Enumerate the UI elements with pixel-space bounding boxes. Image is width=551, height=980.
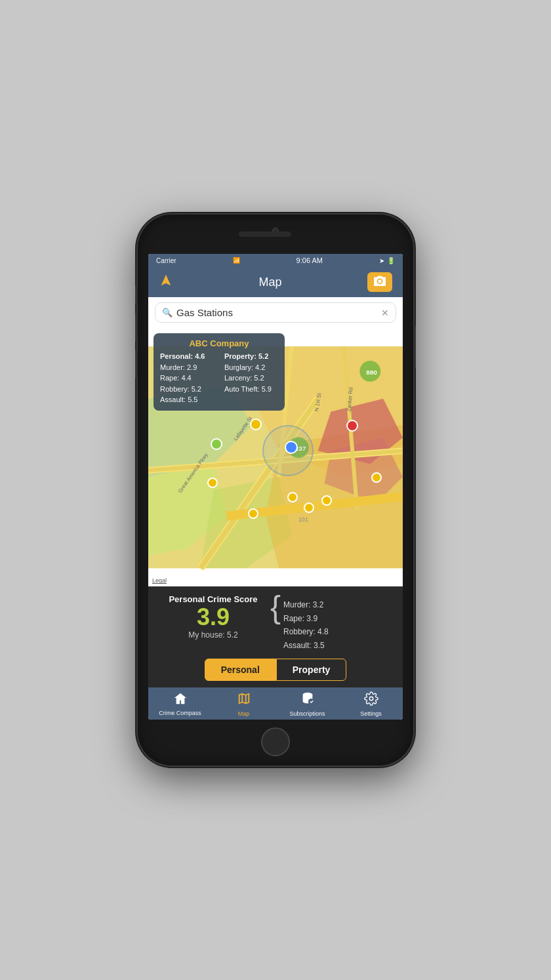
crime-brace-icon: { (270, 592, 281, 623)
volume-up-button (135, 313, 138, 342)
map-marker-green[interactable] (211, 438, 222, 450)
search-input-wrap[interactable]: 🔍 ✕ (155, 302, 396, 323)
popup-col-right: Property: 5.2 Burglary: 4.2 Larceny: 5.2… (224, 351, 278, 405)
tab-settings-label: Settings (360, 710, 382, 717)
crime-score-house: My house: 5.2 (159, 630, 268, 640)
search-bar: 🔍 ✕ (148, 297, 403, 328)
location-button[interactable] (159, 274, 173, 291)
map-marker-yellow-1[interactable] (250, 419, 262, 430)
map-marker-yellow-2[interactable] (207, 478, 218, 488)
crime-detail-assault: Assault: 3.5 (283, 639, 392, 652)
tab-home-icon (173, 692, 188, 708)
search-input[interactable] (176, 307, 377, 318)
crime-score-panel: Personal Crime Score 3.9 My house: 5.2 {… (148, 586, 403, 687)
svg-point-27 (369, 697, 373, 701)
tab-settings-icon (364, 691, 378, 709)
nav-bar: Map (148, 267, 403, 297)
svg-text:880: 880 (366, 369, 377, 376)
search-clear-icon[interactable]: ✕ (381, 308, 389, 318)
tab-map-label: Map (238, 710, 250, 717)
tab-subscriptions-icon (300, 691, 315, 709)
camera-icon (373, 275, 387, 287)
nav-title: Map (258, 276, 281, 289)
crime-detail-rape: Rape: 3.9 (283, 612, 392, 625)
popup-larceny: Larceny: 5.2 (224, 373, 278, 384)
popup-assault: Assault: 5.5 (160, 394, 214, 405)
map-marker-yellow-3[interactable] (371, 472, 382, 483)
crime-details: Murder: 3.2 Rape: 3.9 Robbery: 4.8 Assau… (283, 594, 392, 652)
crime-score-label: Personal Crime Score (159, 594, 268, 604)
mute-button (135, 285, 138, 304)
tab-subscriptions[interactable]: Subscriptions (276, 691, 339, 717)
location-arrow-icon: ➤ (379, 257, 384, 264)
phone-device: Carrier 📶 9:06 AM ➤ 🔋 Map (138, 214, 413, 766)
search-icon: 🔍 (162, 308, 173, 317)
map-marker-red[interactable] (346, 420, 358, 432)
popup-personal: Personal: 4.6 (160, 351, 214, 362)
battery-icon: 🔋 (387, 257, 395, 264)
toggle-personal-button[interactable]: Personal (205, 659, 276, 681)
popup-robbery: Robbery: 5.2 (160, 384, 214, 395)
svg-point-26 (308, 699, 314, 704)
popup-autotheft: Auto Theft: 5.9 (224, 384, 278, 395)
tab-map[interactable]: Map (212, 691, 276, 717)
popup-property: Property: 5.2 (224, 351, 278, 362)
crime-score-number: 3.9 (159, 605, 268, 629)
status-right: ➤ 🔋 (379, 257, 395, 264)
popup-title: ABC Company (160, 338, 278, 348)
carrier-label: Carrier (156, 257, 176, 264)
map-popup: ABC Company Personal: 4.6 Murder: 2.9 Ra… (153, 333, 285, 411)
status-bar: Carrier 📶 9:06 AM ➤ 🔋 (148, 254, 403, 267)
map-marker-yellow-6[interactable] (321, 495, 332, 506)
tab-crime-compass-label: Crime Compass (159, 710, 201, 716)
crime-score-left: Personal Crime Score 3.9 My house: 5.2 (159, 594, 268, 640)
volume-down-button (135, 350, 138, 378)
map-marker-yellow-7[interactable] (248, 508, 258, 519)
popup-murder: Murder: 2.9 (160, 362, 214, 373)
power-button (413, 326, 416, 368)
crime-detail-robbery: Robbery: 4.8 (283, 625, 392, 638)
time-display: 9:06 AM (296, 256, 323, 264)
toggle-row: Personal Property (159, 659, 392, 681)
toggle-property-button[interactable]: Property (276, 659, 347, 681)
camera-button[interactable] (367, 272, 392, 292)
phone-screen: Carrier 📶 9:06 AM ➤ 🔋 Map (148, 254, 403, 720)
location-nav-icon (159, 274, 173, 288)
legal-text[interactable]: Legal (152, 577, 167, 584)
popup-col-left: Personal: 4.6 Murder: 2.9 Rape: 4.4 Robb… (160, 351, 214, 405)
tab-subscriptions-label: Subscriptions (289, 710, 325, 717)
speaker (239, 232, 291, 237)
map-marker-yellow-4[interactable] (287, 492, 298, 502)
wifi-icon: 📶 (233, 257, 240, 264)
tab-bar: Crime Compass Map Subscriptions Settings (148, 687, 403, 720)
tab-crime-compass[interactable]: Crime Compass (148, 692, 212, 716)
popup-rape: Rape: 4.4 (160, 373, 214, 384)
map-marker-blue-center[interactable] (285, 441, 298, 454)
home-button[interactable] (261, 727, 290, 756)
popup-burglary: Burglary: 4.2 (224, 362, 278, 373)
map-container[interactable]: 101 237 880 Lafayette St N 1st St Zanker… (148, 328, 403, 586)
svg-text:101: 101 (298, 516, 308, 523)
map-marker-yellow-5[interactable] (304, 502, 314, 513)
tab-map-icon (237, 691, 251, 709)
crime-detail-murder: Murder: 3.2 (283, 598, 392, 611)
tab-settings[interactable]: Settings (339, 691, 403, 717)
